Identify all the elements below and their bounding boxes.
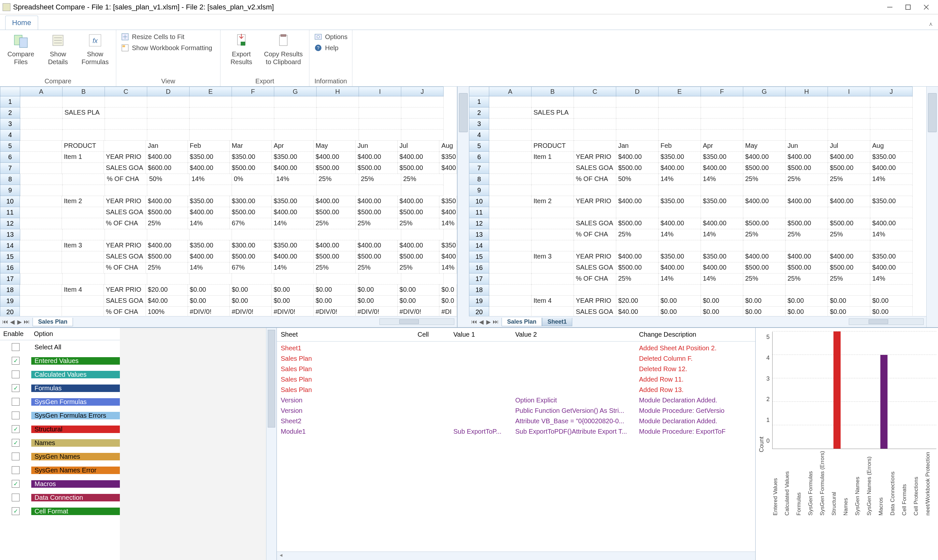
- row-header[interactable]: 20: [469, 307, 489, 316]
- row-header[interactable]: 7: [0, 163, 20, 174]
- grid-cell[interactable]: $0.00: [786, 295, 828, 307]
- grid-cell[interactable]: #DIV/0!: [272, 307, 314, 316]
- grid-cell[interactable]: $0.00: [743, 307, 786, 316]
- column-header[interactable]: B: [63, 87, 105, 96]
- grid-cell[interactable]: 14%: [272, 218, 314, 229]
- sheet-tab[interactable]: Sheet1: [542, 318, 572, 326]
- grid-cell[interactable]: [20, 240, 62, 251]
- grid-cell[interactable]: $0.00: [659, 295, 701, 307]
- grid-cell[interactable]: [743, 129, 786, 141]
- grid-cell[interactable]: $350.00: [870, 251, 913, 262]
- grid-cell[interactable]: [189, 108, 232, 118]
- row-header[interactable]: 3: [469, 118, 489, 129]
- grid-cell[interactable]: [20, 152, 62, 163]
- grid-cell[interactable]: [274, 185, 317, 196]
- grid-cell[interactable]: $0.00: [356, 285, 398, 295]
- grid-cell[interactable]: [105, 118, 147, 129]
- grid-cell[interactable]: YEAR PRIO: [574, 251, 616, 262]
- grid-cell[interactable]: [147, 118, 189, 129]
- grid-cell[interactable]: [63, 129, 105, 141]
- grid-cell[interactable]: 25%: [356, 262, 398, 274]
- grid-cell[interactable]: $400.00: [314, 152, 356, 163]
- grid-cell[interactable]: 25%: [786, 274, 828, 285]
- vscrollbar-right[interactable]: [926, 87, 938, 327]
- grid-cell[interactable]: [489, 174, 531, 185]
- grid-cell[interactable]: [531, 240, 574, 251]
- row-header[interactable]: 16: [0, 262, 20, 274]
- grid-cell[interactable]: YEAR PRIO: [104, 240, 146, 251]
- grid-cell[interactable]: $40.00: [146, 295, 188, 307]
- grid-cell[interactable]: [189, 96, 232, 108]
- grid-cell[interactable]: [489, 274, 531, 285]
- result-row[interactable]: Module1Sub ExportToP...Sub ExportToPDF()…: [277, 426, 755, 437]
- grid-cell[interactable]: $400.00: [659, 218, 701, 229]
- grid-cell[interactable]: $500.00: [146, 251, 188, 262]
- grid-cell[interactable]: [489, 285, 531, 295]
- column-header[interactable]: F: [232, 87, 274, 96]
- grid-cell[interactable]: $350: [439, 196, 457, 207]
- grid-cell[interactable]: 25%: [616, 274, 659, 285]
- column-header[interactable]: G: [743, 87, 786, 96]
- grid-cell[interactable]: [63, 118, 105, 129]
- grid-cell[interactable]: Item 3: [531, 251, 574, 262]
- grid-cell[interactable]: $400.00: [146, 240, 188, 251]
- grid-cell[interactable]: YEAR PRIO: [574, 152, 616, 163]
- grid-cell[interactable]: $0.00: [659, 307, 701, 316]
- row-header[interactable]: 19: [469, 295, 489, 307]
- grid-cell[interactable]: #DIV/0!: [398, 307, 440, 316]
- row-header[interactable]: 16: [469, 262, 489, 274]
- grid-cell[interactable]: [574, 285, 616, 295]
- grid-cell[interactable]: [659, 285, 701, 295]
- grid-cell[interactable]: [489, 307, 531, 316]
- grid-cell[interactable]: [531, 174, 574, 185]
- grid-cell[interactable]: SALES GOA: [104, 207, 146, 218]
- option-checkbox[interactable]: ✓: [12, 480, 20, 488]
- grid-cell[interactable]: [189, 185, 232, 196]
- option-checkbox[interactable]: [12, 466, 20, 474]
- row-header[interactable]: 20: [0, 307, 20, 316]
- grid-cell[interactable]: $350.00: [659, 251, 701, 262]
- grid-cell[interactable]: [489, 118, 531, 129]
- grid-cell[interactable]: [20, 295, 62, 307]
- grid-cell[interactable]: $400.00: [701, 262, 743, 274]
- grid-cell[interactable]: [63, 185, 105, 196]
- grid-cell[interactable]: [531, 218, 574, 229]
- grid-cell[interactable]: $350.00: [701, 251, 743, 262]
- grid-cell[interactable]: [232, 108, 274, 118]
- grid-cell[interactable]: [317, 274, 359, 285]
- grid-cell[interactable]: [574, 118, 616, 129]
- grid-cell[interactable]: Aug: [870, 141, 913, 152]
- grid-cell[interactable]: $400.00: [870, 218, 913, 229]
- grid-cell[interactable]: 14%: [701, 274, 743, 285]
- grid-cell[interactable]: % OF CHA: [574, 274, 616, 285]
- minimize-button[interactable]: [881, 0, 899, 14]
- grid-cell[interactable]: 25%: [146, 218, 188, 229]
- grid-cell[interactable]: [828, 118, 870, 129]
- grid-cell[interactable]: $400.00: [701, 163, 743, 174]
- grid-cell[interactable]: SALES PLA: [63, 108, 105, 118]
- column-header[interactable]: H: [317, 87, 359, 96]
- option-label[interactable]: Names: [31, 439, 120, 447]
- grid-cell[interactable]: [489, 240, 531, 251]
- grid-cell[interactable]: [531, 274, 574, 285]
- grid-cell[interactable]: [870, 185, 913, 196]
- grid-cell[interactable]: Aug: [439, 141, 457, 152]
- grid-cell[interactable]: [489, 251, 531, 262]
- grid-cell[interactable]: [828, 240, 870, 251]
- grid-cell[interactable]: $400.00: [356, 196, 398, 207]
- option-label[interactable]: Macros: [31, 480, 120, 488]
- grid-cell[interactable]: $600.00: [146, 163, 188, 174]
- grid-cell[interactable]: 14%: [870, 174, 913, 185]
- grid-cell[interactable]: [189, 129, 232, 141]
- grid-cell[interactable]: [701, 96, 743, 108]
- grid-cell[interactable]: [359, 129, 401, 141]
- result-row[interactable]: Sheet1Added Sheet At Position 2.: [277, 343, 755, 353]
- grid-cell[interactable]: [147, 229, 189, 240]
- grid-cell[interactable]: $0.00: [701, 295, 743, 307]
- grid-cell[interactable]: $500.00: [398, 251, 440, 262]
- option-label[interactable]: Calculated Values: [31, 371, 120, 378]
- grid-cell[interactable]: [401, 274, 444, 285]
- grid-cell[interactable]: [489, 218, 531, 229]
- grid-cell[interactable]: 25%: [828, 174, 870, 185]
- grid-cell[interactable]: $500.00: [786, 262, 828, 274]
